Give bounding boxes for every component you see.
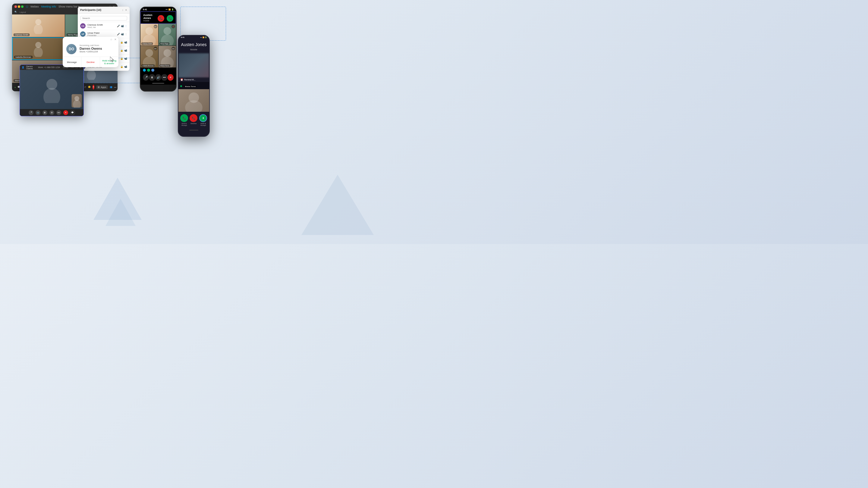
video-status-icon: 📹 — [121, 25, 124, 27]
incoming-caller-info: Austen Jones mobile — [143, 13, 158, 22]
phone-left-status-bar: 9:41 ▪▪▪ 📶 🔋 — [141, 7, 176, 11]
apps-button[interactable]: ⊞ Apps — [96, 85, 107, 89]
close-panel-icon[interactable]: ✕ — [125, 9, 127, 11]
emoji-icon[interactable]: 😊 — [88, 86, 91, 88]
message-button[interactable]: Message — [63, 57, 82, 67]
wifi-icon-right: 📶 — [203, 36, 204, 38]
phone-name-henry: Henry Riggs — [159, 42, 170, 45]
hold-icon: ⏸ — [202, 117, 205, 120]
more-icon[interactable]: ⋮ — [125, 25, 127, 27]
phone-video-clarissa: ••• Clarissa Smith — [141, 24, 158, 45]
svg-point-20 — [146, 49, 153, 57]
sort-icon[interactable]: ↕ — [122, 9, 123, 11]
marise-label-area: Marise Torres — [179, 82, 209, 89]
svg-point-25 — [185, 100, 203, 112]
participant-info-clarissa: Clarissa Smith Host, me — [87, 24, 115, 28]
participant-icons-henry: 🔒 📹 — [120, 49, 127, 52]
video-cell-clarissa: Clarissa Smith — [12, 14, 65, 37]
call-screen-button[interactable]: 🖥 — [42, 110, 47, 115]
incoming-caller-label: mobile — [143, 20, 158, 22]
video-off-icon: 📹 — [121, 33, 124, 36]
more-options-isabella[interactable]: ••• — [154, 47, 157, 50]
call-window-caller-name: Darren Owens — [26, 65, 36, 70]
decline-label: Decline — [190, 123, 196, 124]
call-toolbar: 🎤 📹 🖥 ⊞ ••• ✕ 💬 — [20, 109, 84, 116]
call-end-button[interactable]: ✕ — [63, 110, 68, 115]
participants-icon[interactable]: 👥 — [110, 86, 113, 88]
end-accept-btn[interactable]: 📞 — [180, 114, 188, 122]
close-dot[interactable] — [14, 5, 17, 8]
phone-video-marise: ••• Marise Torres — [158, 46, 176, 67]
call-video-area — [20, 70, 84, 109]
participant-icons-clarissa: 🎤 📹 ⋮ — [117, 25, 127, 27]
video-cell-isabella: Isabella Brennan — [12, 37, 65, 60]
hold-accept-btn[interactable]: ⏸ — [199, 114, 207, 122]
participant-name-clarissa: Clarissa Smith — [13, 33, 30, 36]
battery-icon-right: 🔋 — [205, 36, 207, 38]
phone-more-btn-toolbar[interactable]: ••• — [161, 74, 167, 81]
phone-left-status-icons: ▪▪▪ 📶 🔋 — [166, 8, 174, 10]
phone-right-time: 9:41 — [181, 36, 184, 38]
phone-end-call-btn[interactable]: ✕ — [167, 74, 174, 81]
remind-icon: ⏰ — [180, 78, 183, 81]
decline-action: 📞 Decline — [190, 114, 197, 126]
status-dot-blue — [143, 69, 146, 72]
accept-btn-phone[interactable]: 📞 — [167, 15, 173, 22]
more-icon-umar[interactable]: ⋮ — [125, 33, 127, 36]
search-input[interactable] — [80, 16, 127, 21]
more-options-henry[interactable]: 🚫 — [172, 25, 175, 28]
decline-btn-phone[interactable]: 📞 — [158, 15, 164, 22]
call-chat-button[interactable]: 💬 — [70, 110, 75, 115]
more-options-marise[interactable]: ••• — [172, 47, 175, 50]
video-icon-marise: 📹 — [124, 65, 127, 68]
phone-screen-btn[interactable]: 🖥 — [149, 74, 155, 81]
phone-speaker-btn[interactable]: 🔊 — [155, 74, 161, 81]
muted-icon: 🚫 — [173, 26, 175, 28]
layout-btn[interactable]: Layout — [20, 11, 26, 13]
caller-video — [41, 76, 62, 103]
participants-title: Participants (10) — [80, 8, 101, 11]
more-options-clarissa[interactable]: ••• — [154, 25, 157, 28]
incoming-caller-name: Austen Jones — [143, 13, 158, 20]
participants-header: Participants (10) ↕ ✕ — [78, 7, 130, 13]
phone-mic-btn[interactable]: 🎤 — [143, 74, 149, 81]
incoming-call-popup: ☆ ✕ DO Incoming call from Darren Owens W… — [63, 37, 119, 67]
phone-name-clarissa: Clarissa Smith — [141, 42, 153, 45]
minimize-dot[interactable] — [18, 5, 20, 8]
end-call-button[interactable]: ✕ — [93, 85, 94, 90]
participant-name-isabella: Isabella Brennan — [14, 56, 33, 59]
lock-icon-henry: 🔒 — [120, 49, 123, 52]
more-options-icon[interactable]: ••• — [114, 86, 116, 88]
participant-item-clarissa: CS Clarissa Smith Host, me 🎤 📹 ⋮ — [78, 22, 130, 30]
search-icon[interactable]: 🔍 — [14, 11, 17, 13]
call-video-button[interactable]: 📹 — [36, 110, 40, 115]
star-icon[interactable]: ☆ — [110, 38, 113, 41]
phone-right-status-bar: 9:41 ▪▪▪ 📶 🔋 — [179, 36, 209, 39]
incoming-actions: 📞 📞 — [158, 15, 173, 22]
phone-video-henry: 🚫 Henry Riggs — [158, 24, 176, 45]
svg-point-11 — [87, 70, 96, 80]
phone-name-isabella: Isabelle Brennan — [141, 64, 155, 67]
lock-icon-isabella: 🔒 — [120, 57, 123, 60]
participant-icons-marise: 🔒 📹 — [120, 65, 127, 68]
caller-avatar-small: 👤 — [22, 66, 24, 69]
end-call-icon: ✕ — [93, 86, 94, 88]
wifi-icon: 📶 — [168, 8, 170, 10]
participant-name-umar: Umar Patel — [87, 32, 115, 34]
decline-icon: 📞 — [192, 117, 195, 120]
remind-me-area[interactable]: ⏰ Remind M... — [179, 77, 209, 82]
decline-button[interactable]: Decline — [82, 57, 100, 67]
meeting-info-link[interactable]: Meeting info — [41, 5, 56, 8]
call-more-button[interactable]: ••• — [56, 110, 61, 115]
call-keypad-button[interactable]: ⊞ — [50, 110, 54, 115]
webex-logo-icon: ⬡ — [26, 5, 28, 8]
phone-video-grid: ••• Clarissa Smith 🚫 Henry Riggs ••• — [141, 24, 176, 67]
popup-close-icon[interactable]: ✕ — [114, 38, 117, 41]
call-mic-button[interactable]: 🎤 — [29, 110, 33, 115]
decline-btn-right[interactable]: 📞 — [190, 114, 197, 122]
maximize-dot[interactable] — [21, 5, 24, 8]
hold-meeting-answer-button[interactable]: Hold meeting & answer — [100, 57, 119, 67]
accept-icon: 📞 — [183, 117, 186, 120]
home-bar-right — [189, 130, 198, 130]
show-menu-bar-btn[interactable]: Show menu bar ▾ — [59, 5, 80, 8]
